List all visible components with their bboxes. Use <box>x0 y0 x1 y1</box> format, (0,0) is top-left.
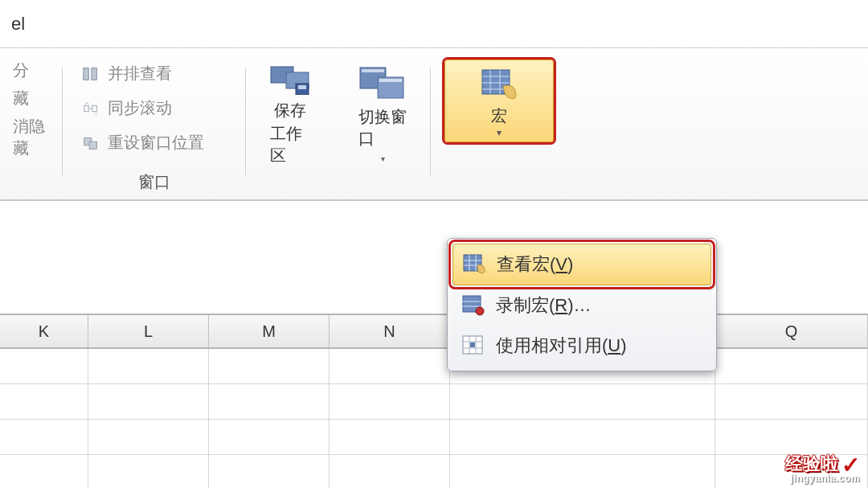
cell[interactable] <box>330 420 450 454</box>
switch-windows-icon <box>358 66 407 101</box>
relative-ref-icon <box>462 335 485 356</box>
cell[interactable] <box>715 420 868 454</box>
cell[interactable] <box>450 455 715 488</box>
cell[interactable] <box>330 455 450 488</box>
macro-button-container: 宏 ▾ <box>431 59 567 199</box>
watermark: 经验啦 ✓ jingyanla.com <box>785 451 860 483</box>
save-workspace-l2: 工作区 <box>270 123 310 166</box>
cell[interactable] <box>0 384 88 419</box>
view-macros-icon <box>463 254 485 275</box>
svg-rect-11 <box>362 69 384 72</box>
record-macro-icon <box>462 295 485 316</box>
cell[interactable] <box>715 384 868 419</box>
macro-icon <box>481 68 518 100</box>
svg-rect-1 <box>92 68 96 80</box>
watermark-text: 经验啦 <box>785 453 838 474</box>
cell[interactable] <box>88 455 209 488</box>
menu-record-macro[interactable]: 录制宏(R)… <box>452 285 711 326</box>
column-headers: KLMNQ <box>0 314 868 349</box>
svg-rect-3 <box>92 105 97 111</box>
svg-rect-34 <box>470 342 475 347</box>
split-label[interactable]: 分 <box>13 59 50 81</box>
macro-dropdown-arrow-icon: ▾ <box>497 127 502 138</box>
cell[interactable] <box>88 420 209 454</box>
cell[interactable] <box>0 455 88 488</box>
group-label-window: 窗口 <box>138 171 170 193</box>
cell[interactable] <box>330 349 450 383</box>
unhide-label: 消隐藏 <box>13 116 50 159</box>
column-header[interactable]: Q <box>715 315 868 347</box>
switch-windows-label: 切换窗口 <box>358 106 407 150</box>
column-header[interactable]: M <box>209 315 330 347</box>
table-row <box>0 455 868 488</box>
svg-rect-2 <box>84 105 89 111</box>
column-header[interactable]: K <box>0 315 88 347</box>
cell[interactable] <box>209 420 330 454</box>
menu-view-label: 查看宏(V) <box>497 252 573 277</box>
cell[interactable] <box>330 384 450 419</box>
cell[interactable] <box>209 384 330 419</box>
ribbon-col-1: 分 藏 消隐藏 <box>0 59 63 199</box>
menu-use-relative-refs[interactable]: 使用相对引用(U) <box>452 326 711 366</box>
menu-record-label: 录制宏(R)… <box>496 293 592 318</box>
title-fragment: el <box>11 14 25 35</box>
save-workspace-icon <box>270 66 310 95</box>
grid-body[interactable] <box>0 349 868 488</box>
spreadsheet-grid: KLMNQ <box>0 314 868 488</box>
svg-rect-0 <box>84 68 88 80</box>
svg-rect-13 <box>379 79 402 82</box>
side-by-side-label: 并排查看 <box>108 63 172 84</box>
cell[interactable] <box>209 455 330 488</box>
macro-dropdown-menu: 查看宏(V) 录制宏(R)… 使用相对引用(U) <box>447 238 717 371</box>
cell[interactable] <box>209 349 330 383</box>
switch-windows-button[interactable]: 切换窗口 ▾ <box>334 59 431 199</box>
table-row <box>0 384 868 420</box>
sync-scroll-button[interactable]: 同步滚动 <box>76 94 233 122</box>
hide-label[interactable]: 藏 <box>13 88 50 109</box>
cell[interactable] <box>715 349 868 383</box>
title-bar: el <box>0 0 868 48</box>
macro-button[interactable]: 宏 ▾ <box>444 59 554 142</box>
svg-rect-5 <box>89 141 96 149</box>
group-window: 并排查看 同步滚动 重设窗口位置 窗口 <box>63 59 246 199</box>
table-row <box>0 349 868 384</box>
cell[interactable] <box>88 349 209 383</box>
cell[interactable] <box>88 384 209 419</box>
svg-rect-9 <box>298 85 306 89</box>
reset-pos-label: 重设窗口位置 <box>108 132 204 154</box>
reset-pos-button[interactable]: 重设窗口位置 <box>76 129 233 157</box>
macro-label: 宏 <box>491 105 507 127</box>
sync-scroll-label: 同步滚动 <box>108 97 172 119</box>
menu-relative-label: 使用相对引用(U) <box>496 334 627 358</box>
table-row <box>0 420 868 455</box>
column-header[interactable]: N <box>330 315 450 347</box>
svg-point-28 <box>476 307 484 315</box>
cell[interactable] <box>0 349 88 383</box>
menu-view-macros[interactable]: 查看宏(V) <box>452 244 711 285</box>
side-by-side-icon <box>82 65 100 83</box>
save-workspace-button[interactable]: 保存 工作区 <box>246 59 334 199</box>
dropdown-arrow-icon: ▾ <box>381 154 385 163</box>
sync-scroll-icon <box>82 100 100 117</box>
cell[interactable] <box>450 420 715 454</box>
cell[interactable] <box>0 420 88 454</box>
check-icon: ✓ <box>841 454 860 477</box>
ribbon: 分 藏 消隐藏 并排查看 同步滚动 重设窗口位置 <box>0 48 868 201</box>
column-header[interactable]: L <box>88 315 209 347</box>
reset-pos-icon <box>82 134 100 152</box>
save-workspace-l1: 保存 <box>274 100 306 121</box>
side-by-side-button[interactable]: 并排查看 <box>76 59 233 88</box>
cell[interactable] <box>450 384 715 419</box>
